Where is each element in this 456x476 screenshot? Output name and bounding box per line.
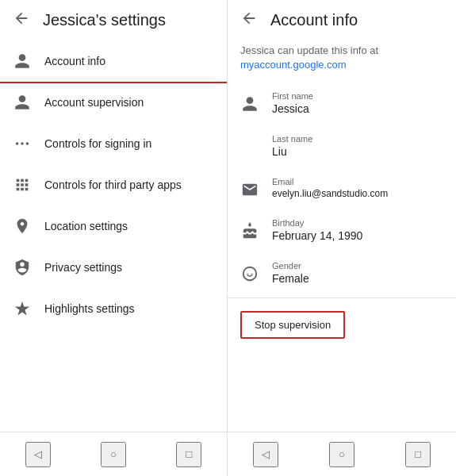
sidebar-item-account-supervision-label: Account supervision — [44, 96, 144, 109]
dots-icon — [13, 134, 32, 153]
supervision-icon — [13, 93, 32, 112]
divider — [228, 298, 456, 298]
right-back-nav-button[interactable]: ◁ — [253, 442, 278, 467]
right-subtext: Jessica can update this info at myaccoun… — [228, 40, 456, 82]
right-header: Account info — [228, 0, 456, 40]
svg-point-0 — [16, 142, 19, 145]
location-icon — [13, 217, 32, 236]
left-title: Jessica's settings — [43, 11, 166, 29]
info-list: First name Jessica Last name Liu Email e… — [228, 82, 456, 432]
email-value: evelyn.liu@sandstudio.com — [272, 188, 388, 199]
email-item: Email evelyn.liu@sandstudio.com — [228, 167, 456, 209]
sidebar-item-controls-signing-in-label: Controls for signing in — [44, 137, 151, 150]
sidebar-item-highlights-settings-label: Highlights settings — [44, 302, 135, 315]
sidebar-item-account-supervision[interactable]: Account supervision — [0, 82, 227, 123]
sidebar-item-account-info-label: Account info — [44, 55, 105, 67]
person-icon — [13, 52, 32, 71]
stop-supervision-button[interactable]: Stop supervision — [240, 311, 345, 339]
first-name-person-icon — [240, 94, 259, 113]
sidebar-item-controls-third-party[interactable]: Controls for third party apps — [0, 164, 227, 205]
right-title: Account info — [270, 11, 358, 29]
cake-icon — [240, 221, 259, 240]
first-name-value: Jessica — [272, 102, 313, 115]
birthday-item: Birthday February 14, 1990 — [228, 209, 456, 251]
left-panel: Jessica's settings Account info Account … — [0, 0, 228, 476]
sidebar-item-highlights-settings[interactable]: Highlights settings — [0, 288, 227, 329]
right-back-button[interactable] — [240, 10, 258, 31]
last-name-icon — [240, 137, 259, 156]
left-bottom-nav: ◁ ○ □ — [0, 432, 227, 476]
sidebar-item-privacy-settings-label: Privacy settings — [44, 261, 122, 274]
email-label: Email — [272, 177, 388, 186]
grid-icon — [13, 175, 32, 194]
left-header: Jessica's settings — [0, 0, 227, 40]
right-panel: Account info Jessica can update this inf… — [228, 0, 456, 476]
left-back-nav-button[interactable]: ◁ — [25, 442, 51, 467]
gender-label: Gender — [272, 261, 309, 271]
svg-point-1 — [21, 142, 24, 145]
first-name-item: First name Jessica — [228, 82, 456, 125]
left-home-nav-button[interactable]: ○ — [101, 442, 126, 467]
nav-list: Account info Account supervision Control… — [0, 40, 227, 432]
last-name-item: Last name Liu — [228, 125, 456, 167]
sidebar-item-location-settings-label: Location settings — [44, 220, 128, 232]
gender-item: Gender Female — [228, 251, 456, 294]
right-bottom-nav: ◁ ○ □ — [228, 432, 456, 476]
sidebar-item-controls-third-party-label: Controls for third party apps — [44, 178, 182, 191]
left-back-button[interactable] — [13, 10, 30, 31]
sidebar-item-location-settings[interactable]: Location settings — [0, 205, 227, 247]
right-home-nav-button[interactable]: ○ — [329, 442, 354, 467]
last-name-value: Liu — [272, 145, 312, 158]
gender-value: Female — [272, 272, 309, 285]
svg-point-2 — [26, 142, 29, 145]
sidebar-item-controls-signing-in[interactable]: Controls for signing in — [0, 123, 227, 164]
birthday-label: Birthday — [272, 218, 362, 228]
face-icon — [240, 264, 259, 283]
shield-icon — [13, 258, 32, 277]
left-recent-nav-button[interactable]: □ — [176, 442, 201, 467]
last-name-label: Last name — [272, 134, 312, 144]
email-icon — [240, 180, 259, 199]
account-link[interactable]: myaccount.google.com — [240, 59, 347, 71]
sidebar-item-account-info[interactable]: Account info — [0, 40, 227, 82]
sidebar-item-privacy-settings[interactable]: Privacy settings — [0, 247, 227, 288]
star-icon — [13, 299, 32, 318]
right-recent-nav-button[interactable]: □ — [405, 442, 431, 467]
first-name-label: First name — [272, 91, 313, 101]
birthday-value: February 14, 1990 — [272, 229, 362, 242]
